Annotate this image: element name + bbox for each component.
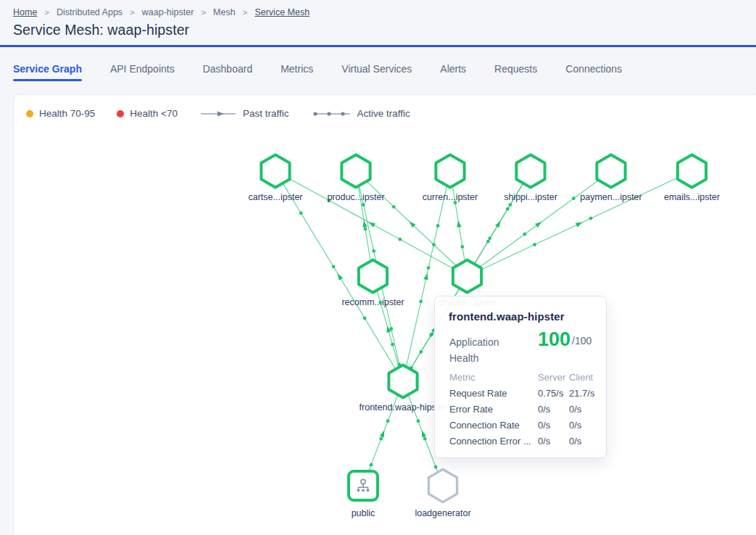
svg-text:recomm...ipster: recomm...ipster <box>341 297 404 307</box>
svg-text:loadgenerator: loadgenerator <box>415 508 470 518</box>
svg-text:public: public <box>352 508 375 518</box>
svg-text:cartse...ipster: cartse...ipster <box>248 192 302 202</box>
svg-text:shippi...ipster: shippi...ipster <box>504 192 557 202</box>
svg-text:produc...ipster: produc...ipster <box>327 192 384 202</box>
svg-text:emails...ipster: emails...ipster <box>664 192 720 202</box>
svg-text:curren...ipster: curren...ipster <box>423 192 478 202</box>
svg-text:paymen...ipster: paymen...ipster <box>580 192 641 202</box>
